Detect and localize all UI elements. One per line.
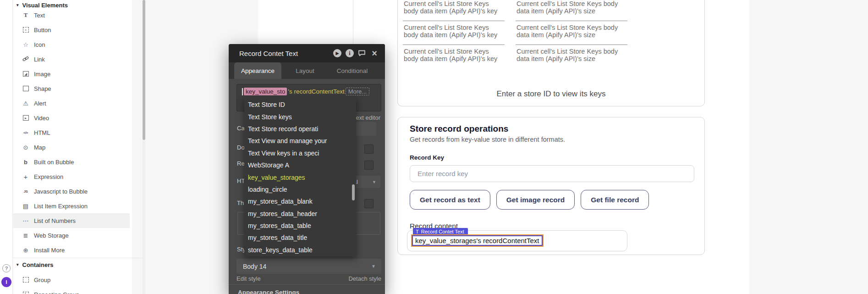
tab-conditional[interactable]: Conditional [329, 62, 376, 79]
sidebar-item-link[interactable]: Link [13, 52, 130, 67]
repeating-group-icon: ⎢ [22, 292, 29, 294]
bubble-icon: b [22, 159, 29, 166]
cell-size-text[interactable]: Current cell's List Store Keys body data… [516, 48, 627, 68]
dropdown-item[interactable]: Text Store record operati [244, 123, 356, 135]
dropdown-scrollbar-thumb[interactable] [352, 184, 355, 200]
palette-divider [13, 258, 143, 258]
property-editor: Record Contet Text ▶ i × Appearance Layo… [229, 44, 385, 294]
tab-appearance[interactable]: Appearance [234, 62, 281, 79]
comment-icon[interactable] [358, 49, 366, 57]
dropdown-item[interactable]: WebStorage A [244, 159, 356, 171]
get-record-as-text-button[interactable]: Get record as text [410, 190, 490, 210]
cell-key-text[interactable]: Current cell's List Store Keys body data… [403, 24, 505, 45]
dropdown-item[interactable]: my_stores_data_title [244, 232, 356, 244]
get-image-record-button[interactable]: Get image record [496, 190, 575, 210]
sidebar-item-html[interactable]: </> HTML [13, 125, 130, 140]
autocomplete-dropdown: Text Store ID Text Store keys Text Store… [244, 97, 356, 256]
appearance-settings-header: Appearance Settings [238, 289, 299, 294]
dropdown-item[interactable]: store_keys_data_table [244, 244, 356, 256]
dropdown-item[interactable]: loading_circle [244, 183, 356, 195]
tab-layout[interactable]: Layout [281, 62, 329, 79]
table-row: Current cell's List Store Keys body data… [403, 0, 632, 21]
expression-row: key_value_sto 's recordContentText More.… [242, 88, 369, 95]
image-icon: ◢ [22, 71, 29, 77]
canvas-guide-line [353, 0, 353, 44]
install-more-icon: ⊕ [22, 247, 29, 254]
store-record-operations-card[interactable]: Store record operations Get records from… [397, 117, 705, 255]
repeating-group-rows: Current cell's List Store Keys body data… [403, 0, 632, 68]
store-keys-repeating-group[interactable]: Current cell's List Store Keys body data… [397, 0, 705, 106]
map-pin-icon: ⊙ [22, 144, 29, 151]
chevron-down-icon: ▼ [372, 180, 376, 184]
record-key-label[interactable]: Record Key [410, 154, 444, 161]
expression-rest[interactable]: 's recordContentText [288, 88, 344, 95]
expression-token[interactable]: key_value_sto [244, 88, 287, 95]
field-label-fragment: Ca [237, 125, 245, 132]
sidebar-item-install-more[interactable]: ⊕ Install More [13, 243, 130, 257]
sidebar-item-built-on-bubble[interactable]: b Built on Bubble [13, 155, 130, 169]
chevron-down-icon: ▾ [16, 3, 19, 7]
field-label-fragment: Do [237, 144, 245, 151]
property-editor-header[interactable]: Record Contet Text ▶ i × [229, 44, 385, 62]
style-links: Edit style Detach style [236, 275, 381, 282]
play-icon[interactable]: ▶ [333, 49, 341, 57]
dropdown-item[interactable]: my_stores_data_table [244, 220, 356, 232]
card-title[interactable]: Store record operations [410, 124, 508, 134]
dropdown-item[interactable]: my_stores_data_header [244, 208, 356, 220]
dropdown-item[interactable]: Text Store keys [244, 111, 356, 122]
star-icon: ☆ [22, 41, 29, 48]
group-icon [22, 277, 29, 283]
dropdown-item[interactable]: Text Store ID [244, 99, 356, 111]
dropdown-item[interactable]: Text View and manage your [244, 135, 356, 147]
more-token[interactable]: More... [346, 88, 369, 95]
sidebar-item-expression[interactable]: + Expression [13, 169, 130, 184]
alert-icon: ⚠ [22, 100, 29, 107]
panel-divider [229, 284, 385, 285]
cell-size-text[interactable]: Current cell's List Store Keys body data… [516, 0, 627, 21]
info-icon[interactable]: i [346, 49, 354, 57]
empty-state-text[interactable]: Enter a store ID to view its keys [398, 89, 704, 99]
field-label-fragment: Th [237, 200, 244, 206]
checkbox[interactable] [364, 161, 374, 170]
detach-style-link[interactable]: Detach style [348, 275, 381, 282]
sidebar-item-javascript-to-bubble[interactable]: JS Javascript to Bubble [13, 184, 130, 199]
text-icon: T [22, 11, 29, 19]
dropdown-item[interactable]: Text View keys in a speci [244, 147, 356, 159]
cell-key-text[interactable]: Current cell's List Store Keys body data… [403, 48, 505, 68]
selected-text-element[interactable]: key_value_storages's recordContentText [412, 235, 543, 246]
dropdown-item-selected[interactable]: key_value_storages [244, 171, 356, 183]
cell-key-text[interactable]: Current cell's List Store Keys body data… [403, 0, 505, 21]
edit-style-link[interactable]: Edit style [236, 275, 261, 282]
list-item-expression-icon: ▤ [22, 203, 29, 210]
cell-size-text[interactable]: Current cell's List Store Keys body data… [516, 24, 627, 45]
checkbox[interactable] [364, 199, 374, 208]
sidebar-item-shape[interactable]: Shape [13, 81, 130, 96]
link-icon [22, 56, 29, 62]
checkbox[interactable] [364, 144, 374, 154]
record-key-input[interactable] [410, 165, 694, 182]
style-select[interactable]: Body 14 ▼ [236, 259, 381, 274]
sidebar-item-video[interactable]: ▸ Video [13, 111, 130, 125]
sidebar-item-list-item-expression[interactable]: ▤ List Item Expression [13, 199, 130, 213]
chevron-down-icon: ▾ [16, 262, 19, 267]
sidebar-item-image[interactable]: ◢ Image [13, 67, 130, 81]
badge-label: Record Contet Text [421, 229, 464, 234]
palette-scrollbar-thumb[interactable] [143, 0, 145, 140]
sidebar-item-icon[interactable]: ☆ Icon [13, 37, 130, 52]
section-containers[interactable]: ▾ Containers [13, 260, 130, 270]
sidebar-item-map[interactable]: ⊙ Map [13, 140, 130, 155]
close-icon[interactable]: × [370, 49, 379, 57]
avatar[interactable]: I [1, 277, 11, 287]
sidebar-item-web-storage[interactable]: ≣ Web Storage [13, 228, 130, 243]
dropdown-item[interactable]: my_stores_data_blank [244, 195, 356, 207]
card-subtitle[interactable]: Get records from key-value store in diff… [410, 136, 565, 143]
help-icon[interactable]: ? [2, 264, 11, 272]
property-editor-title: Record Contet Text [239, 50, 329, 57]
sidebar-item-repeating-group[interactable]: ⎢ Repeating Group [13, 287, 130, 294]
get-file-record-button[interactable]: Get file record [581, 190, 649, 210]
sidebar-item-alert[interactable]: ⚠ Alert [13, 96, 130, 111]
sidebar-item-text[interactable]: T Text [13, 8, 130, 22]
sidebar-item-group[interactable]: Group [13, 272, 130, 287]
sidebar-item-list-of-numbers[interactable]: ⋯ List of Numbers [13, 213, 130, 228]
sidebar-item-button[interactable]: + Button [13, 22, 130, 37]
